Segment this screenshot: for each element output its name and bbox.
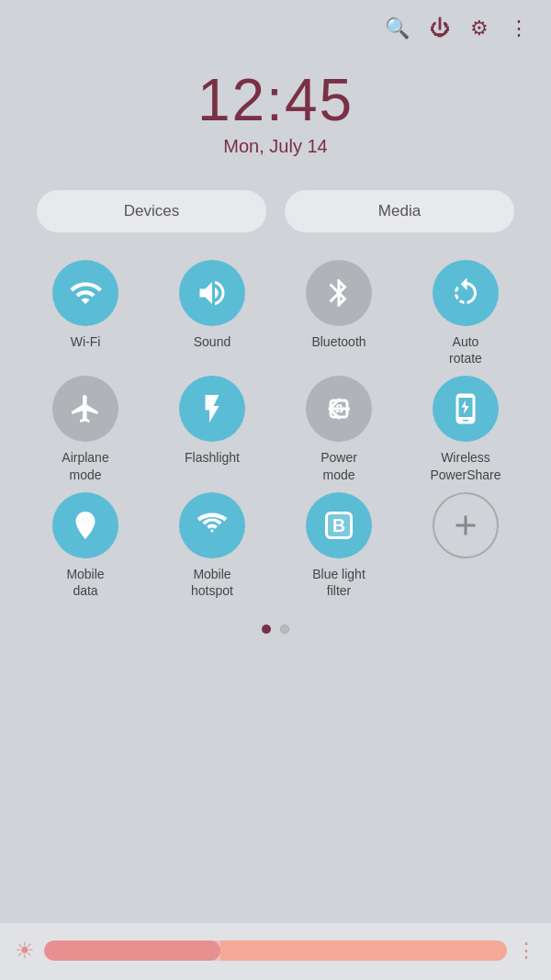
auto-rotate-icon bbox=[433, 260, 499, 326]
wifi-icon bbox=[52, 260, 118, 326]
devices-button[interactable]: Devices bbox=[37, 190, 266, 232]
more-icon[interactable]: ⋮ bbox=[509, 17, 529, 40]
tile-auto-rotate[interactable]: Autorotate bbox=[406, 260, 525, 366]
tile-mobile-hotspot[interactable]: Mobilehotspot bbox=[152, 492, 272, 599]
tile-add[interactable] bbox=[406, 492, 525, 599]
tile-airplane[interactable]: Airplanemode bbox=[26, 376, 145, 482]
clock-section: 12:45 Mon, July 14 bbox=[0, 50, 551, 164]
svg-text:B: B bbox=[332, 515, 345, 535]
brightness-more-icon[interactable]: ⋮ bbox=[516, 939, 536, 963]
flashlight-icon bbox=[179, 376, 245, 442]
mobile-hotspot-label: Mobilehotspot bbox=[191, 566, 233, 599]
power-mode-icon: ♻ bbox=[306, 376, 372, 442]
tile-wifi[interactable]: Wi-Fi bbox=[26, 260, 145, 366]
top-bar: 🔍 ⏻ ⚙ ⋮ bbox=[0, 0, 551, 50]
dot-2 bbox=[280, 625, 289, 634]
tiles-grid: Wi-Fi Sound Bluetooth Autorotate Airplan… bbox=[0, 251, 551, 614]
tile-sound[interactable]: Sound bbox=[152, 260, 272, 366]
svg-text:♻: ♻ bbox=[333, 402, 345, 416]
blue-light-icon: B bbox=[306, 492, 372, 558]
flashlight-label: Flashlight bbox=[185, 449, 240, 466]
dot-1 bbox=[262, 625, 271, 634]
tile-mobile-data[interactable]: Mobiledata bbox=[26, 492, 145, 599]
airplane-icon bbox=[52, 376, 118, 442]
settings-icon[interactable]: ⚙ bbox=[470, 17, 489, 40]
tile-blue-light[interactable]: B Blue lightfilter bbox=[279, 492, 399, 599]
tile-flashlight[interactable]: Flashlight bbox=[152, 376, 272, 482]
sound-label: Sound bbox=[194, 333, 231, 350]
mobile-hotspot-icon bbox=[179, 492, 245, 558]
search-icon[interactable]: 🔍 bbox=[385, 17, 410, 40]
device-media-row: Devices Media bbox=[0, 164, 551, 251]
page-dots bbox=[0, 614, 551, 648]
brightness-track[interactable] bbox=[44, 941, 507, 961]
brightness-fill bbox=[44, 941, 220, 961]
wifi-label: Wi-Fi bbox=[71, 333, 101, 350]
bluetooth-label: Bluetooth bbox=[311, 333, 365, 350]
auto-rotate-label: Autorotate bbox=[449, 333, 482, 366]
bluetooth-icon bbox=[306, 260, 372, 326]
tile-power-mode[interactable]: ♻ Powermode bbox=[279, 376, 399, 482]
clock-date: Mon, July 14 bbox=[0, 136, 551, 157]
add-icon bbox=[433, 492, 499, 558]
brightness-bar[interactable]: ☀ ⋮ bbox=[0, 923, 551, 980]
mobile-data-icon bbox=[52, 492, 118, 558]
power-mode-label: Powermode bbox=[320, 449, 357, 482]
media-button[interactable]: Media bbox=[285, 190, 514, 232]
tile-wireless-powershare[interactable]: WirelessPowerShare bbox=[406, 376, 525, 482]
brightness-remaining bbox=[220, 941, 507, 961]
wireless-powershare-label: WirelessPowerShare bbox=[430, 449, 500, 482]
power-icon[interactable]: ⏻ bbox=[430, 17, 450, 40]
brightness-sun-icon: ☀ bbox=[15, 938, 35, 963]
blue-light-label: Blue lightfilter bbox=[312, 566, 365, 599]
clock-time: 12:45 bbox=[0, 66, 551, 134]
wireless-powershare-icon bbox=[433, 376, 499, 442]
tile-bluetooth[interactable]: Bluetooth bbox=[279, 260, 399, 366]
sound-icon bbox=[179, 260, 245, 326]
airplane-label: Airplanemode bbox=[62, 449, 108, 482]
mobile-data-label: Mobiledata bbox=[66, 566, 104, 599]
